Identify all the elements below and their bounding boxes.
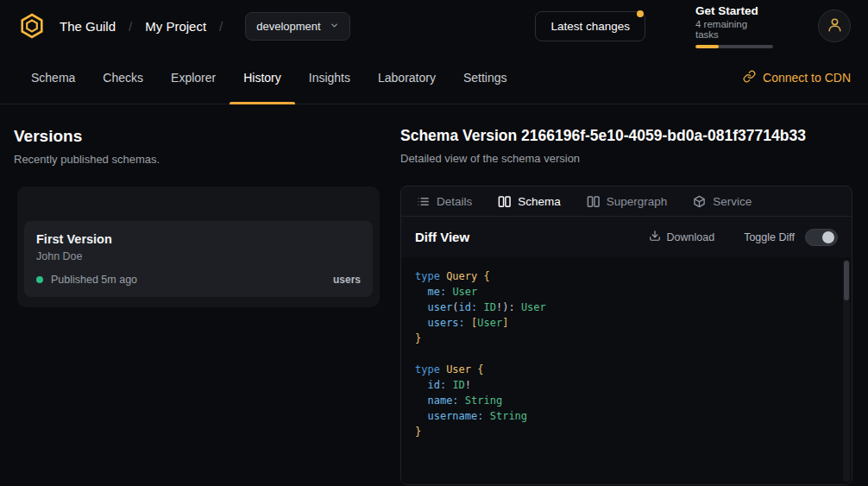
- code-scrollbar-thumb[interactable]: [844, 261, 849, 300]
- get-started-widget[interactable]: Get Started 4 remaining tasks: [695, 4, 773, 48]
- published-status-dot: [36, 276, 43, 283]
- header-right: Latest changes Get Started 4 remaining t…: [535, 4, 851, 48]
- tab-settings[interactable]: Settings: [450, 52, 521, 104]
- versions-title: Versions: [14, 127, 380, 146]
- schema-version-panel: Schema Version 2166196f-5e10-4059-bd0a-0…: [400, 127, 852, 485]
- app-window: The Guild / My Project / development Lat…: [0, 0, 868, 486]
- detail-tab-service-label: Service: [713, 195, 752, 208]
- detail-tab-supergraph[interactable]: Supergraph: [587, 195, 668, 208]
- version-meta: Published 5m ago users: [36, 274, 361, 286]
- detail-tabbar: Details Schema Supergraph: [401, 186, 852, 217]
- version-author: John Doe: [36, 250, 361, 262]
- toggle-diff-label: Toggle Diff: [744, 231, 795, 243]
- breadcrumb-org[interactable]: The Guild: [60, 19, 116, 34]
- diff-view-header: Diff View Download Toggle Diff: [401, 217, 852, 257]
- detail-tab-service[interactable]: Service: [693, 195, 752, 208]
- diff-view-title: Diff View: [415, 230, 469, 244]
- toggle-diff-switch[interactable]: [805, 229, 838, 246]
- hive-logo-icon[interactable]: [17, 11, 47, 41]
- tab-laboratory[interactable]: Laboratory: [364, 52, 450, 104]
- list-icon: [417, 195, 430, 208]
- connect-to-cdn-button[interactable]: Connect to CDN: [743, 52, 851, 104]
- diff-view-actions: Download Toggle Diff: [649, 229, 838, 246]
- get-started-title: Get Started: [695, 4, 773, 17]
- supergraph-icon: [587, 195, 600, 208]
- tab-explorer[interactable]: Explorer: [157, 52, 230, 104]
- get-started-progress-fill: [695, 45, 719, 48]
- breadcrumb: The Guild / My Project /: [60, 19, 223, 34]
- user-avatar[interactable]: [818, 9, 851, 42]
- environment-selector-value: development: [256, 20, 320, 33]
- tab-schema[interactable]: Schema: [17, 52, 89, 104]
- detail-tab-supergraph-label: Supergraph: [607, 195, 668, 208]
- tab-insights[interactable]: Insights: [295, 52, 364, 104]
- code-scrollbar[interactable]: [843, 260, 850, 482]
- versions-subtitle: Recently published schemas.: [14, 153, 380, 166]
- tab-history[interactable]: History: [230, 52, 295, 104]
- main-nav: Schema Checks Explorer History Insights …: [0, 52, 868, 104]
- version-title: First Version: [36, 232, 361, 246]
- sdl-code-viewer[interactable]: type Query { me: User user(id: ID!): Use…: [401, 257, 852, 484]
- latest-changes-button[interactable]: Latest changes: [535, 11, 645, 41]
- main-content: Versions Recently published schemas. Fir…: [0, 104, 868, 485]
- version-status: Published 5m ago: [51, 274, 137, 286]
- environment-selector[interactable]: development: [245, 12, 349, 41]
- get-started-progressbar: [695, 45, 773, 48]
- get-started-subtitle: 4 remaining tasks: [695, 19, 773, 40]
- toggle-diff-knob: [822, 231, 834, 243]
- link-icon: [743, 70, 756, 85]
- app-header: The Guild / My Project / development Lat…: [0, 0, 868, 52]
- schema-version-subtitle: Detailed view of the schema version: [400, 152, 852, 165]
- detail-tab-schema[interactable]: Schema: [498, 195, 561, 208]
- detail-tab-details[interactable]: Details: [417, 195, 472, 208]
- schema-icon: [498, 195, 511, 208]
- person-icon: [827, 16, 843, 36]
- tab-checks[interactable]: Checks: [89, 52, 157, 104]
- notification-dot: [637, 10, 644, 17]
- download-button[interactable]: Download: [649, 230, 715, 244]
- code-lines: type Query { me: User user(id: ID!): Use…: [415, 268, 838, 439]
- breadcrumb-separator: /: [129, 19, 132, 34]
- versions-panel: Versions Recently published schemas. Fir…: [14, 127, 380, 485]
- chevron-down-icon: [330, 20, 339, 33]
- detail-tab-details-label: Details: [437, 195, 472, 208]
- breadcrumb-project[interactable]: My Project: [145, 19, 206, 34]
- download-icon: [649, 230, 661, 244]
- download-label: Download: [667, 231, 715, 243]
- versions-list: First Version John Doe Published 5m ago …: [17, 186, 380, 307]
- connect-to-cdn-label: Connect to CDN: [763, 71, 851, 85]
- version-service-badge: users: [333, 274, 361, 286]
- schema-version-title: Schema Version 2166196f-5e10-4059-bd0a-0…: [400, 127, 852, 145]
- schema-detail-card: Details Schema Supergraph: [400, 186, 852, 485]
- detail-tab-schema-label: Schema: [518, 195, 561, 208]
- cube-icon: [693, 195, 706, 208]
- breadcrumb-separator: /: [219, 19, 223, 34]
- version-list-item[interactable]: First Version John Doe Published 5m ago …: [24, 221, 373, 297]
